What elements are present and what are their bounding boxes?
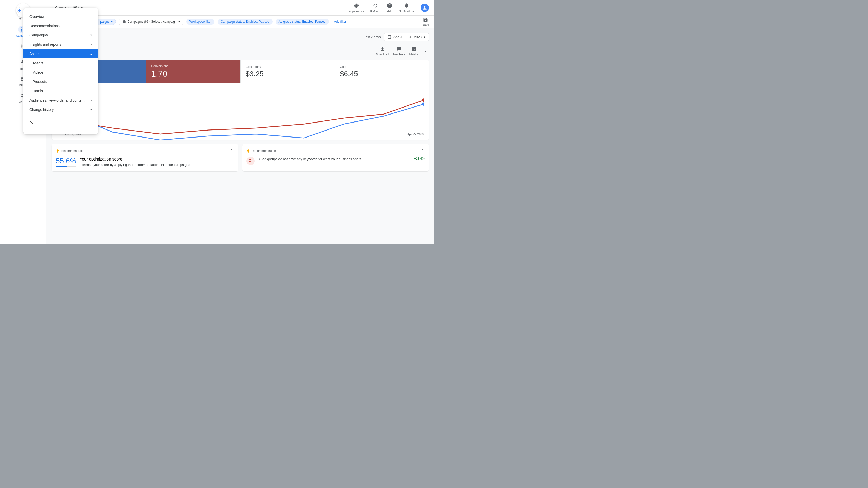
campaign-status-label: Campaign status: Enabled, Paused: [221, 20, 269, 24]
change-history-chevron-icon: ▾: [90, 108, 92, 111]
download-label: Download: [376, 53, 389, 56]
rec-desc-1: Increase your score by applying the reco…: [80, 163, 190, 167]
sub-header: Workspace (2 filters) All campaigns ▾ Ca…: [46, 16, 434, 28]
conversions-metric-card[interactable]: Conversions 1.70: [146, 60, 240, 83]
feedback-button[interactable]: Feedback: [393, 47, 405, 56]
chart-x-labels: Apr 19, 2023 Apr 25, 2023: [65, 133, 424, 136]
rec-text-1: Your optimization score Increase your sc…: [80, 157, 190, 167]
select-campaign-label: Select a campaign: [151, 20, 177, 24]
audiences-chevron-icon: ▾: [90, 98, 92, 102]
campaigns-count-label: Campaigns (63): [128, 20, 150, 24]
add-filter-label: Add filter: [334, 20, 346, 24]
rec-tag-label-1: Recommendation: [61, 149, 85, 153]
add-filter-button[interactable]: Add filter: [332, 19, 348, 25]
score-pct: 55.6%: [56, 157, 76, 165]
rec-tag-label-2: Recommendation: [252, 149, 276, 153]
rec-more-button-1[interactable]: ⋮: [229, 148, 234, 154]
header-right: Appearance Refresh Help: [349, 3, 429, 13]
flyout-item-audiences[interactable]: Audiences, keywords, and content ▾: [23, 96, 98, 105]
metrics-button[interactable]: Metrics: [409, 47, 418, 56]
rec-text-2: 36 ad groups do not have any keywords fo…: [258, 157, 361, 162]
flyout-item-assets[interactable]: Assets ▴: [23, 49, 98, 58]
flyout-item-insights[interactable]: Insights and reports ▾: [23, 40, 98, 49]
notifications-icon: [404, 3, 410, 9]
campaigns-filter-dropdown[interactable]: Campaigns (63) Select a campaign ▾: [119, 19, 183, 25]
flyout-sub-videos[interactable]: Videos: [23, 68, 98, 77]
rec-tag-1: Recommendation: [56, 149, 85, 153]
main-content: Overview Last 7 days Apr 20 — 26, 2023 ▾…: [46, 28, 434, 244]
download-button[interactable]: Download: [376, 47, 389, 56]
save-button[interactable]: Save: [423, 17, 429, 26]
feedback-label: Feedback: [393, 53, 405, 56]
svg-point-4: [422, 103, 424, 106]
campaigns-arrow-icon: ▾: [178, 20, 180, 24]
campaigns-flyout-label: Campaigns: [29, 33, 48, 37]
assets-label: Assets: [29, 52, 40, 56]
rec-title-1: Your optimization score: [80, 157, 190, 162]
rec-header-2: Recommendation ⋮: [246, 148, 425, 154]
flyout-sub-hotels[interactable]: Hotels: [23, 86, 98, 96]
search-icon: [248, 159, 253, 163]
date-dropdown-icon: ▾: [424, 35, 426, 39]
adgroup-status-chip[interactable]: Ad group status: Enabled, Paused: [276, 19, 329, 25]
cost-conv-value: $3.25: [246, 70, 330, 78]
hotels-label: Hotels: [33, 89, 43, 93]
calendar-icon: [387, 35, 392, 39]
workspace-filter-label: Workspace filter: [189, 20, 212, 24]
flyout-item-change-history[interactable]: Change history ▾: [23, 105, 98, 114]
flyout-sub-products[interactable]: Products: [23, 77, 98, 86]
overview-label: Overview: [29, 15, 44, 19]
flyout-item-recommendations[interactable]: Recommendations: [23, 21, 98, 30]
adgroup-status-label: Ad group status: Enabled, Paused: [279, 20, 326, 24]
audiences-label: Audiences, keywords, and content: [29, 98, 85, 103]
more-options-icon: ⋮: [424, 47, 428, 53]
rec-body-2: 36 ad groups do not have any keywords fo…: [246, 157, 425, 165]
cost-value: $6.45: [340, 70, 424, 78]
save-label: Save: [423, 23, 429, 26]
workspace-filter-chip[interactable]: Workspace filter: [186, 19, 215, 25]
flyout-menu: Overview Recommendations Campaigns ▾ Ins…: [23, 8, 98, 135]
download-icon: [380, 47, 385, 52]
notifications-label: Notifications: [399, 10, 414, 13]
chart-svg: [65, 88, 424, 140]
cursor-area: ↖: [23, 114, 98, 130]
assets-chevron-icon: ▴: [90, 52, 92, 56]
refresh-icon: [372, 3, 378, 9]
cost-metric-card[interactable]: Cost $6.45: [335, 61, 429, 82]
metrics-header: Clicks 39.7K Conversions 1.70 Cost / con…: [52, 60, 429, 83]
appearance-label: Appearance: [349, 10, 364, 13]
change-history-label: Change history: [29, 108, 54, 112]
date-range: Last 7 days Apr 20 — 26, 2023 ▾: [364, 33, 429, 41]
chart-x-label-right: Apr 25, 2023: [407, 133, 424, 136]
conversions-label: Conversions: [151, 64, 235, 68]
help-button[interactable]: Help: [386, 3, 393, 13]
user-avatar[interactable]: [421, 4, 429, 12]
appearance-icon: [353, 3, 360, 9]
rec-more-button-2[interactable]: ⋮: [420, 148, 425, 154]
cost-conv-metric-card[interactable]: Cost / conv. $3.25: [241, 61, 335, 82]
cost-conv-label: Cost / conv.: [246, 65, 330, 69]
campaign-status-chip[interactable]: Campaign status: Enabled, Paused: [218, 19, 272, 25]
metrics-icon: [411, 47, 416, 52]
videos-label: Videos: [33, 70, 44, 75]
flyout-item-campaigns[interactable]: Campaigns ▾: [23, 30, 98, 40]
metrics-label: Metrics: [409, 53, 418, 56]
svg-point-6: [422, 98, 424, 102]
chart-area: 2 1 0 Apr 19, 2023: [52, 83, 429, 140]
date-range-picker[interactable]: Apr 20 — 26, 2023 ▾: [384, 33, 429, 41]
save-icon: [423, 17, 428, 23]
appearance-button[interactable]: Appearance: [349, 3, 364, 13]
score-section: 55.6%: [56, 157, 76, 167]
flyout-item-overview[interactable]: Overview: [23, 12, 98, 21]
notifications-button[interactable]: Notifications: [399, 3, 414, 13]
workspace-arrow-icon: ▾: [111, 20, 113, 24]
insights-chevron-icon: ▾: [90, 42, 92, 46]
date-value: Apr 20 — 26, 2023: [394, 35, 422, 39]
flyout-sub-assets[interactable]: Assets: [23, 58, 98, 68]
refresh-button[interactable]: Refresh: [370, 3, 380, 13]
icon-actions: Download Feedback Metrics ⋮: [376, 47, 429, 56]
rec-header-1: Recommendation ⋮: [56, 148, 234, 154]
more-options-button[interactable]: ⋮: [423, 47, 429, 53]
products-label: Products: [33, 80, 47, 84]
conversions-value: 1.70: [151, 69, 235, 79]
